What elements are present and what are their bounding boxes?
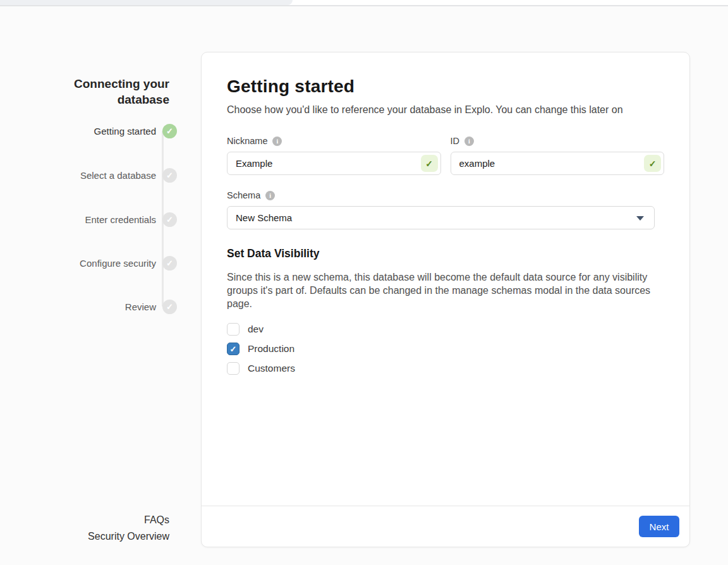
next-button[interactable]: Next [639,516,679,537]
top-chrome-bar [0,0,728,6]
visibility-group-list: dev ✓ Production Customers [227,323,664,375]
checkbox-row-dev[interactable]: dev [227,323,664,336]
schema-label: Schema [227,190,260,200]
sidebar-links: FAQs Security Overview [51,512,169,545]
checkbox-row-production[interactable]: ✓ Production [227,343,664,355]
step-label: Select a database [80,170,156,181]
step-pending-check-icon: ✓ [162,300,177,314]
checkbox-unchecked[interactable] [227,323,240,336]
wizard-title: Connecting your database [51,76,169,107]
checkbox-label: dev [248,324,264,335]
visibility-description: Since this is a new schema, this databas… [227,270,663,310]
step-label: Configure security [80,258,156,269]
step-getting-started[interactable]: Getting started ✓ [38,123,177,138]
step-complete-check-icon: ✓ [162,124,177,138]
step-label: Review [125,301,156,312]
id-input[interactable] [451,152,665,175]
card-footer: Next [202,506,689,547]
step-pending-check-icon: ✓ [162,212,177,227]
step-enter-credentials[interactable]: Enter credentials ✓ [38,212,177,227]
checkbox-unchecked[interactable] [227,362,240,375]
step-select-database[interactable]: Select a database ✓ [38,167,177,183]
nickname-input[interactable] [227,152,441,175]
valid-check-icon: ✓ [421,155,438,172]
schema-field-group: Schema i New Schema [227,190,655,229]
step-label: Enter credentials [85,214,156,225]
checkbox-row-customers[interactable]: Customers [227,362,664,375]
visibility-heading: Set Data Visibility [227,247,664,260]
faqs-link[interactable]: FAQs [51,512,169,528]
step-configure-security[interactable]: Configure security ✓ [38,255,177,270]
checkbox-label: Customers [248,363,295,374]
wizard-card: Getting started Choose how you'd like to… [201,52,690,547]
top-chrome-divider [0,5,728,6]
step-pending-check-icon: ✓ [162,168,177,183]
schema-select[interactable]: New Schema [227,206,655,229]
top-chrome-tab-edge [0,0,293,5]
info-icon[interactable]: i [464,137,474,146]
step-label: Getting started [94,126,156,137]
step-review[interactable]: Review ✓ [38,299,177,314]
info-icon[interactable]: i [265,191,275,200]
chevron-down-icon [636,216,644,221]
page-title: Getting started [227,76,664,97]
nickname-label: Nickname [227,136,267,146]
checkbox-checked[interactable]: ✓ [227,343,240,355]
schema-select-value: New Schema [236,212,292,223]
page-subtitle: Choose how you'd like to reference your … [227,104,664,116]
security-overview-link[interactable]: Security Overview [51,528,169,545]
valid-check-icon: ✓ [644,155,661,172]
checkbox-label: Production [248,343,294,355]
step-pending-check-icon: ✓ [162,256,177,270]
id-field-group: ID i ✓ [451,136,665,175]
info-icon[interactable]: i [272,137,282,146]
id-label: ID [451,136,460,146]
nickname-field-group: Nickname i ✓ [227,136,441,175]
